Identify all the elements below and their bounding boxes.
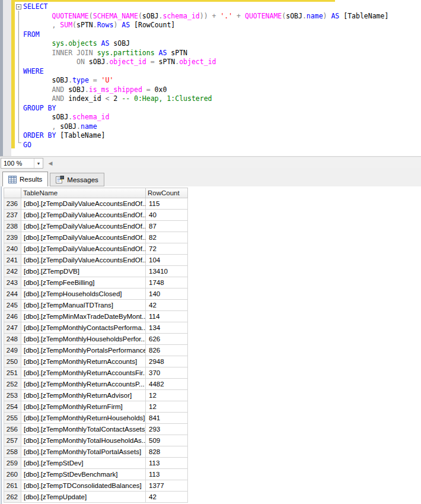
rowcount-cell[interactable]: 509 [146, 435, 188, 446]
tablename-cell[interactable]: [dbo].[zTempManualTDTrans] [21, 300, 146, 311]
tablename-cell[interactable]: [dbo].[zTempDailyValueAccountsEndOf... [21, 210, 146, 221]
table-row: 259[dbo].[zTempStDev]113 [4, 458, 188, 469]
row-number-cell[interactable]: 262 [4, 492, 21, 503]
tablename-cell[interactable]: [dbo].[zTempMonthlyTotalContactAssets] [21, 424, 146, 435]
row-number-cell[interactable]: 237 [4, 210, 21, 221]
tab-messages[interactable]: Messages [50, 173, 104, 186]
table-row: 241[dbo].[zTempDailyValueAccountsEndOf..… [4, 255, 188, 266]
rowcount-cell[interactable]: 13410 [146, 266, 188, 277]
zoom-level-dropdown[interactable]: 100 % ▼ [1, 158, 43, 169]
table-row: 244[dbo].[zTempHouseholdsClosed]140 [4, 289, 188, 300]
row-number-cell[interactable]: 240 [4, 243, 21, 255]
tablename-cell[interactable]: [dbo].[zTempTDConsolidatedBalances] [21, 480, 146, 492]
row-number-cell[interactable]: 259 [4, 458, 21, 469]
rowcount-cell[interactable]: 1377 [146, 480, 188, 492]
horizontal-scrollbar[interactable]: ◀ [45, 158, 421, 169]
chevron-down-icon[interactable]: ▼ [34, 159, 43, 168]
rowcount-cell[interactable]: 87 [146, 221, 188, 232]
tablename-cell[interactable]: [dbo].[zTempMonthlyReturnAccountsFir... [21, 367, 146, 379]
tablename-cell[interactable]: [dbo].[zTempMinMaxTradeDateByMont... [21, 311, 146, 322]
row-number-cell[interactable]: 260 [4, 469, 21, 480]
rowcount-cell[interactable]: 826 [146, 345, 188, 356]
rowcount-cell[interactable]: 104 [146, 255, 188, 266]
tablename-cell[interactable]: [dbo].[zTempStDev] [21, 458, 146, 469]
rowcount-cell[interactable]: 2948 [146, 356, 188, 367]
rowcount-cell[interactable]: 370 [146, 367, 188, 379]
rowcount-cell[interactable]: 828 [146, 446, 188, 458]
code-line: sOBJ.type = 'U' [23, 76, 421, 85]
rowcount-cell[interactable]: 72 [146, 243, 188, 255]
row-number-cell[interactable]: 239 [4, 232, 21, 243]
zoom-level-value: 100 % [1, 160, 34, 167]
row-number-cell[interactable]: 258 [4, 446, 21, 458]
row-number-cell[interactable]: 252 [4, 379, 21, 390]
editor-selection-margin[interactable] [3, 0, 11, 156]
rowcount-cell[interactable]: 40 [146, 210, 188, 221]
rowcount-cell[interactable]: 42 [146, 492, 188, 503]
row-number-cell[interactable]: 246 [4, 311, 21, 322]
row-number-cell[interactable]: 261 [4, 480, 21, 492]
rowcount-cell[interactable]: 113 [146, 469, 188, 480]
row-header-corner[interactable] [4, 188, 21, 198]
rowcount-cell[interactable]: 134 [146, 322, 188, 334]
tablename-cell[interactable]: [dbo].[zTempDailyValueAccountsEndOf... [21, 255, 146, 266]
row-number-cell[interactable]: 243 [4, 277, 21, 289]
row-number-cell[interactable]: 242 [4, 266, 21, 277]
rowcount-cell[interactable]: 293 [146, 424, 188, 435]
tablename-cell[interactable]: [dbo].[zTempMonthlyReturnAdvisor] [21, 390, 146, 401]
rowcount-cell[interactable]: 82 [146, 232, 188, 243]
sql-code[interactable]: SELECT QUOTENAME(SCHEMA_NAME(sOBJ.schema… [23, 2, 421, 150]
row-number-cell[interactable]: 236 [4, 198, 21, 210]
tablename-cell[interactable]: [dbo].[zTempMonthlyContactsPerforma... [21, 322, 146, 334]
column-header-rowcount[interactable]: RowCount [146, 188, 188, 198]
column-header-tablename[interactable]: TableName [21, 188, 146, 198]
tablename-cell[interactable]: [dbo].[zTempMonthlyPortalsPerformance] [21, 345, 146, 356]
code-fold-minus-icon[interactable]: - [16, 4, 21, 9]
row-number-cell[interactable]: 248 [4, 334, 21, 345]
rowcount-cell[interactable]: 140 [146, 289, 188, 300]
tab-results[interactable]: Results [2, 172, 48, 186]
row-number-cell[interactable]: 250 [4, 356, 21, 367]
row-number-cell[interactable]: 247 [4, 322, 21, 334]
row-number-cell[interactable]: 244 [4, 289, 21, 300]
tablename-cell[interactable]: [dbo].[ZTempDVB] [21, 266, 146, 277]
tablename-cell[interactable]: [dbo].[zTempMonthlyReturnAccountsP... [21, 379, 146, 390]
row-number-cell[interactable]: 255 [4, 413, 21, 424]
rowcount-cell[interactable]: 841 [146, 413, 188, 424]
tablename-cell[interactable]: [dbo].[zTempDailyValueAccountsEndOf... [21, 198, 146, 210]
rowcount-cell[interactable]: 1748 [146, 277, 188, 289]
tablename-cell[interactable]: [dbo].[zTempStDevBenchmark] [21, 469, 146, 480]
rowcount-cell[interactable]: 4482 [146, 379, 188, 390]
row-number-cell[interactable]: 254 [4, 401, 21, 413]
tablename-cell[interactable]: [dbo].[zTempMonthlyReturnHouseholds] [21, 413, 146, 424]
rowcount-cell[interactable]: 42 [146, 300, 188, 311]
rowcount-cell[interactable]: 115 [146, 198, 188, 210]
tablename-cell[interactable]: [dbo].[zTempDailyValueAccountsEndOf... [21, 221, 146, 232]
tablename-cell[interactable]: [dbo].[zTempFeeBilling] [21, 277, 146, 289]
tablename-cell[interactable]: [dbo].[zTempUpdate] [21, 492, 146, 503]
tablename-cell[interactable]: [dbo].[zTempMonthlyReturnFirm] [21, 401, 146, 413]
row-number-cell[interactable]: 249 [4, 345, 21, 356]
row-number-cell[interactable]: 251 [4, 367, 21, 379]
rowcount-cell[interactable]: 113 [146, 458, 188, 469]
table-row: 262[dbo].[zTempUpdate]42 [4, 492, 188, 503]
tablename-cell[interactable]: [dbo].[zTempMonthlyHouseholdsPerfor... [21, 334, 146, 345]
row-number-cell[interactable]: 256 [4, 424, 21, 435]
row-number-cell[interactable]: 253 [4, 390, 21, 401]
rowcount-cell[interactable]: 12 [146, 390, 188, 401]
tablename-cell[interactable]: [dbo].[zTempMonthlyReturnAccounts] [21, 356, 146, 367]
arrow-left-icon[interactable]: ◀ [46, 159, 55, 167]
row-number-cell[interactable]: 245 [4, 300, 21, 311]
rowcount-cell[interactable]: 626 [146, 334, 188, 345]
tablename-cell[interactable]: [dbo].[zTempMonthlyTotalPortalAssets] [21, 446, 146, 458]
tablename-cell[interactable]: [dbo].[zTempDailyValueAccountsEndOf... [21, 243, 146, 255]
tablename-cell[interactable]: [dbo].[zTempHouseholdsClosed] [21, 289, 146, 300]
row-number-cell[interactable]: 241 [4, 255, 21, 266]
sql-editor-pane[interactable]: - SELECT QUOTENAME(SCHEMA_NAME(sOBJ.sche… [0, 0, 421, 156]
row-number-cell[interactable]: 257 [4, 435, 21, 446]
rowcount-cell[interactable]: 12 [146, 401, 188, 413]
tablename-cell[interactable]: [dbo].[zTempMonthlyTotalHouseholdAs... [21, 435, 146, 446]
tablename-cell[interactable]: [dbo].[zTempDailyValueAccountsEndOf... [21, 232, 146, 243]
row-number-cell[interactable]: 238 [4, 221, 21, 232]
rowcount-cell[interactable]: 114 [146, 311, 188, 322]
